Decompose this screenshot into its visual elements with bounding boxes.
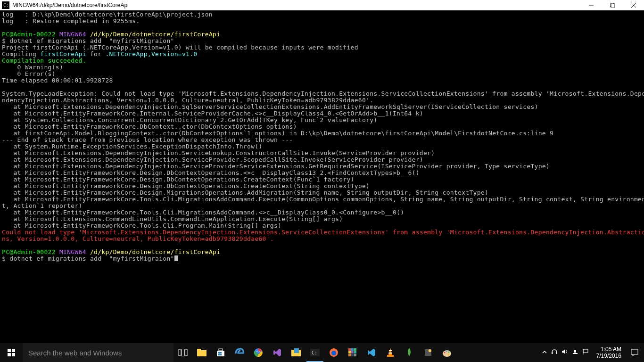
stack-line: at Microsoft.Extensions.CommandLineUtils… (2, 215, 343, 222)
firefox-icon[interactable] (324, 343, 343, 362)
svg-rect-41 (387, 355, 394, 357)
taskbar-clock[interactable]: 1:05 AM 7/19/2016 (593, 346, 625, 359)
svg-text:C:: C: (3, 3, 9, 8)
error-count: 0 Error(s) (2, 70, 56, 77)
stack-line: at Microsoft.EntityFrameworkCore.Design.… (2, 169, 420, 176)
mongodb-icon[interactable] (400, 343, 419, 362)
exception-line: System.TypeLoadException: Could not load… (2, 90, 644, 97)
chrome-icon[interactable] (249, 343, 268, 362)
prompt-user: PC@Admin-00022 (2, 248, 56, 255)
taskbar: Search the web and Windows C: 1:05 AM 7/… (0, 343, 644, 362)
paint-icon[interactable] (438, 343, 456, 362)
minimize-button[interactable] (580, 0, 602, 10)
compilation-succeeded: Compilation succeeded. (2, 57, 86, 64)
svg-text:C:: C: (312, 350, 317, 355)
svg-rect-34 (348, 351, 351, 354)
build-target: .NETCoreApp,Version=v1.0 (105, 50, 197, 58)
edge-icon[interactable] (230, 343, 249, 362)
svg-rect-37 (348, 354, 351, 356)
cmd-taskbar-icon[interactable]: C: (305, 343, 324, 362)
svg-point-24 (257, 351, 260, 354)
svg-rect-54 (573, 353, 578, 354)
start-button[interactable] (0, 343, 23, 362)
store-icon[interactable] (211, 343, 230, 362)
stack-line: at Microsoft.Extensions.DependencyInject… (2, 163, 550, 170)
svg-marker-40 (388, 348, 392, 355)
prompt-sys: MINGW64 (59, 248, 86, 255)
stack-line: at System.Collections.Concurrent.Concurr… (2, 116, 377, 123)
svg-point-48 (446, 351, 447, 352)
stack-line: at Microsoft.Extensions.DependencyInject… (2, 156, 423, 163)
maximize-button[interactable] (602, 0, 623, 10)
svg-rect-4 (611, 4, 615, 8)
stack-line: at Microsoft.Extensions.DependencyInject… (2, 103, 538, 110)
stack-line: at Microsoft.EntityFrameworkCore.Tools.C… (2, 196, 644, 203)
svg-rect-58 (631, 349, 638, 354)
svg-rect-19 (220, 352, 222, 354)
prompt-user: PC@Admin-00022 (2, 31, 56, 38)
svg-rect-11 (178, 350, 181, 355)
stack-line: t, Action`1 reporter) (2, 202, 83, 209)
stack-line: at Microsoft.EntityFrameworkCore.Design.… (2, 189, 488, 196)
svg-rect-21 (220, 354, 222, 355)
svg-rect-13 (185, 350, 188, 355)
stack-line: at Microsoft.EntityFrameworkCore.Tools.C… (2, 209, 404, 216)
command-line: $ dotnet ef migrations add "myfirstMigra… (2, 37, 174, 44)
stack-line: --- End of stack trace from previous loc… (2, 136, 293, 143)
action-center-icon[interactable] (625, 343, 644, 362)
tray-volume-icon[interactable] (561, 348, 568, 357)
window-titlebar[interactable]: C: MINGW64:/d/kp/Demo/dotnetcore/firstCo… (0, 0, 644, 10)
svg-rect-15 (197, 349, 201, 351)
terminal-output[interactable]: log : D:\kp\Demo\dotnetcore\firstCoreApi… (0, 10, 644, 343)
svg-point-30 (331, 351, 336, 355)
svg-rect-56 (583, 349, 588, 353)
stack-line: at firstCoreApi.Model.BloggingContext..c… (2, 130, 553, 137)
svg-rect-17 (219, 349, 223, 351)
vlc-icon[interactable] (381, 343, 400, 362)
prompt-sys: MINGW64 (59, 31, 86, 38)
svg-point-45 (429, 349, 431, 352)
cursor (174, 255, 178, 261)
stack-line: at Microsoft.EntityFrameworkCore.Interna… (2, 110, 423, 117)
warning-count: 0 Warning(s) (2, 64, 63, 71)
svg-rect-55 (574, 350, 576, 353)
system-tray (538, 348, 593, 357)
prompt-path: /d/kp/Demo/dotnetcore/firstCoreApi (90, 31, 220, 38)
svg-rect-33 (354, 348, 356, 351)
vscode-icon[interactable] (362, 343, 381, 362)
grid-app-icon[interactable] (343, 343, 362, 362)
folder-docs-icon[interactable] (287, 343, 305, 362)
svg-rect-39 (354, 354, 356, 356)
task-view-icon[interactable] (173, 343, 192, 362)
search-placeholder: Search the web and Windows (28, 349, 122, 357)
time-elapsed: Time elapsed 00:00:01.9928728 (2, 77, 113, 84)
build-line: Project firstCoreApi (.NETCoreApp,Versio… (2, 44, 358, 51)
svg-point-49 (448, 352, 450, 353)
svg-point-50 (448, 354, 449, 355)
tray-network-icon[interactable] (572, 348, 578, 357)
exception-line: ndencyInjection.Abstractions, Version=1.… (2, 97, 373, 104)
file-explorer-icon[interactable] (192, 343, 211, 362)
svg-rect-38 (351, 354, 354, 356)
svg-rect-51 (552, 352, 553, 354)
svg-marker-53 (562, 349, 565, 354)
tray-headphones-icon[interactable] (551, 348, 558, 357)
stack-line: at Microsoft.EntityFrameworkCore.Design.… (2, 182, 370, 189)
search-input[interactable]: Search the web and Windows (23, 343, 173, 362)
svg-rect-18 (218, 352, 220, 354)
window-buttons (580, 0, 644, 10)
build-project: firstCoreApi (40, 50, 86, 58)
close-button[interactable] (623, 0, 644, 10)
svg-rect-9 (8, 353, 11, 356)
log-line: log : Restore completed in 9255ms. (2, 17, 140, 25)
tray-chevron-up-icon[interactable] (542, 348, 547, 357)
error-line: Could not load type 'Microsoft.Extension… (2, 229, 644, 236)
svg-rect-32 (351, 348, 354, 351)
tray-flag-icon[interactable] (582, 348, 589, 357)
visual-studio-icon[interactable] (268, 343, 287, 362)
svg-rect-8 (12, 349, 15, 352)
svg-rect-20 (218, 354, 220, 355)
stack-line: at System.Runtime.ExceptionServices.Exce… (2, 143, 263, 150)
tool-icon[interactable] (419, 343, 438, 362)
clock-date: 7/19/2016 (596, 353, 621, 359)
